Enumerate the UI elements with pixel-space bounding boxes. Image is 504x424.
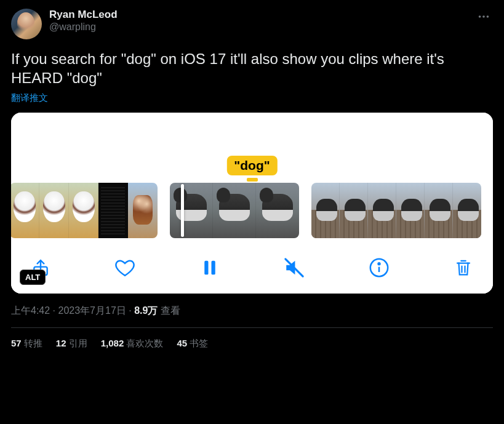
tag-marker (247, 178, 258, 182)
timeline-frame (39, 183, 69, 238)
timeline-frame (256, 183, 299, 238)
info-button[interactable] (368, 257, 390, 279)
clip-group[interactable] (11, 183, 158, 238)
clip-group-active[interactable] (170, 183, 299, 238)
pause-button[interactable] (199, 257, 221, 279)
timeline-frame (396, 183, 425, 238)
delete-button[interactable] (452, 257, 474, 279)
tweet-header: Ryan McLeod @warpling (11, 9, 493, 39)
quotes-stat[interactable]: 12 引用 (56, 338, 87, 350)
svg-rect-5 (211, 261, 215, 275)
timeline-frame (128, 183, 158, 238)
timeline-frame (425, 183, 453, 238)
timeline-frame (98, 183, 128, 238)
author-block[interactable]: Ryan McLeod @warpling (49, 9, 118, 33)
timeline-frame (11, 183, 39, 238)
views-count: 8.9万 (134, 305, 158, 316)
avatar[interactable] (11, 9, 42, 39)
tweet-meta[interactable]: 上午4:42 · 2023年7月17日 · 8.9万 查看 (11, 305, 493, 318)
more-button[interactable] (474, 7, 493, 28)
tweet-time: 上午4:42 (11, 305, 50, 316)
timeline-frame (453, 183, 481, 238)
tweet-container: Ryan McLeod @warpling If you search for … (0, 0, 504, 358)
timeline-frame (69, 183, 98, 238)
timeline-frame (311, 183, 340, 238)
video-timeline[interactable] (11, 175, 493, 246)
svg-point-1 (482, 15, 485, 18)
tweet-text: If you search for "dog" on iOS 17 it'll … (11, 49, 493, 87)
svg-point-2 (487, 15, 489, 18)
playhead[interactable] (181, 184, 184, 237)
bookmarks-stat[interactable]: 45 书签 (177, 338, 208, 350)
media-card[interactable]: "dog" (11, 113, 493, 294)
search-tag: "dog" (226, 156, 277, 175)
timeline-frame (213, 183, 256, 238)
timeline-frame (368, 183, 396, 238)
views-label: 查看 (161, 305, 180, 316)
timeline-frame (340, 183, 368, 238)
clip-group[interactable] (311, 183, 481, 238)
display-name: Ryan McLeod (49, 9, 118, 21)
translate-link[interactable]: 翻译推文 (11, 92, 493, 104)
likes-stat[interactable]: 1,082 喜欢次数 (101, 338, 164, 350)
svg-point-9 (378, 263, 380, 265)
stats-row: 57 转推 12 引用 1,082 喜欢次数 45 书签 (11, 328, 493, 350)
timeline-frame (170, 183, 213, 238)
svg-rect-4 (204, 261, 208, 275)
video-toolbar (11, 246, 493, 294)
mute-button[interactable] (283, 257, 305, 279)
svg-point-0 (479, 15, 481, 18)
alt-badge[interactable]: ALT (20, 270, 46, 285)
media-header: "dog" (11, 113, 493, 175)
handle: @warpling (49, 21, 118, 33)
favorite-button[interactable] (114, 257, 136, 279)
tweet-date: 2023年7月17日 (58, 305, 126, 316)
retweets-stat[interactable]: 57 转推 (11, 338, 42, 350)
